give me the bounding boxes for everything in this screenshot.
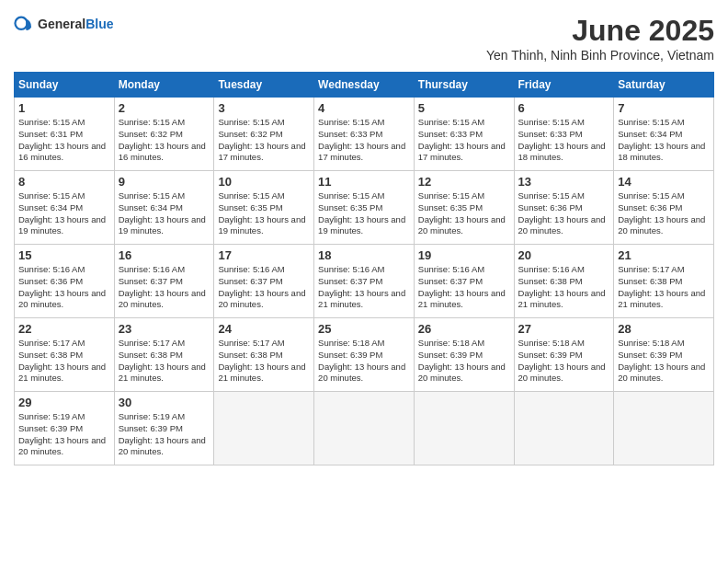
day-number: 5 [418, 101, 510, 115]
day-info: Sunrise: 5:18 AM Sunset: 6:39 PM Dayligh… [618, 338, 710, 385]
day-info: Sunrise: 5:16 AM Sunset: 6:37 PM Dayligh… [318, 264, 410, 311]
table-row: 20 Sunrise: 5:16 AM Sunset: 6:38 PM Dayl… [514, 245, 614, 318]
day-number: 10 [218, 175, 310, 189]
day-info: Sunrise: 5:17 AM Sunset: 6:38 PM Dayligh… [218, 338, 310, 385]
table-row: 16 Sunrise: 5:16 AM Sunset: 6:37 PM Dayl… [114, 245, 214, 318]
day-number: 6 [518, 101, 610, 115]
day-info: Sunrise: 5:16 AM Sunset: 6:37 PM Dayligh… [218, 264, 310, 311]
day-info: Sunrise: 5:17 AM Sunset: 6:38 PM Dayligh… [119, 338, 210, 385]
day-number: 1 [18, 101, 110, 115]
day-info: Sunrise: 5:15 AM Sunset: 6:35 PM Dayligh… [218, 190, 310, 237]
day-number: 17 [218, 248, 310, 262]
day-info: Sunrise: 5:18 AM Sunset: 6:39 PM Dayligh… [518, 338, 610, 385]
day-number: 27 [518, 322, 610, 336]
location-title: Yen Thinh, Ninh Binh Province, Vietnam [486, 48, 714, 63]
calendar-table: Sunday Monday Tuesday Wednesday Thursday… [14, 72, 714, 465]
day-info: Sunrise: 5:18 AM Sunset: 6:39 PM Dayligh… [418, 338, 510, 385]
calendar-week-row: 22 Sunrise: 5:17 AM Sunset: 6:38 PM Dayl… [15, 318, 714, 392]
page-header: GeneralBlue June 2025 Yen Thinh, Ninh Bi… [14, 14, 714, 63]
table-row: 1 Sunrise: 5:15 AM Sunset: 6:31 PM Dayli… [15, 98, 115, 171]
table-row: 18 Sunrise: 5:16 AM Sunset: 6:37 PM Dayl… [314, 245, 415, 318]
day-info: Sunrise: 5:16 AM Sunset: 6:36 PM Dayligh… [18, 264, 110, 311]
day-info: Sunrise: 5:15 AM Sunset: 6:35 PM Dayligh… [418, 190, 510, 237]
day-info: Sunrise: 5:15 AM Sunset: 6:32 PM Dayligh… [119, 117, 210, 164]
header-saturday: Saturday [614, 73, 714, 98]
header-friday: Friday [514, 73, 614, 98]
day-number: 22 [18, 322, 110, 336]
table-row: 6 Sunrise: 5:15 AM Sunset: 6:33 PM Dayli… [514, 98, 614, 171]
day-info: Sunrise: 5:15 AM Sunset: 6:34 PM Dayligh… [18, 190, 110, 237]
day-number: 12 [418, 175, 510, 189]
day-info: Sunrise: 5:17 AM Sunset: 6:38 PM Dayligh… [618, 264, 710, 311]
day-number: 9 [119, 175, 210, 189]
header-wednesday: Wednesday [314, 73, 415, 98]
table-row: 26 Sunrise: 5:18 AM Sunset: 6:39 PM Dayl… [414, 318, 514, 392]
table-row: 28 Sunrise: 5:18 AM Sunset: 6:39 PM Dayl… [614, 318, 714, 392]
table-row: 3 Sunrise: 5:15 AM Sunset: 6:32 PM Dayli… [214, 98, 314, 171]
day-info: Sunrise: 5:15 AM Sunset: 6:36 PM Dayligh… [518, 190, 610, 237]
title-area: June 2025 Yen Thinh, Ninh Binh Province,… [486, 14, 714, 63]
table-row: 21 Sunrise: 5:17 AM Sunset: 6:38 PM Dayl… [614, 245, 714, 318]
day-info: Sunrise: 5:16 AM Sunset: 6:37 PM Dayligh… [119, 264, 210, 311]
header-thursday: Thursday [414, 73, 514, 98]
calendar-week-row: 29 Sunrise: 5:19 AM Sunset: 6:39 PM Dayl… [15, 392, 714, 465]
day-info: Sunrise: 5:19 AM Sunset: 6:39 PM Dayligh… [18, 411, 110, 458]
day-info: Sunrise: 5:19 AM Sunset: 6:39 PM Dayligh… [119, 411, 210, 458]
day-number: 8 [18, 175, 110, 189]
day-number: 20 [518, 248, 610, 262]
day-info: Sunrise: 5:16 AM Sunset: 6:38 PM Dayligh… [518, 264, 610, 311]
day-info: Sunrise: 5:15 AM Sunset: 6:33 PM Dayligh… [318, 117, 410, 164]
table-row [614, 392, 714, 465]
day-number: 26 [418, 322, 510, 336]
table-row: 4 Sunrise: 5:15 AM Sunset: 6:33 PM Dayli… [314, 98, 415, 171]
day-info: Sunrise: 5:15 AM Sunset: 6:32 PM Dayligh… [218, 117, 310, 164]
day-number: 29 [18, 396, 110, 409]
table-row: 29 Sunrise: 5:19 AM Sunset: 6:39 PM Dayl… [15, 392, 115, 465]
day-info: Sunrise: 5:15 AM Sunset: 6:33 PM Dayligh… [418, 117, 510, 164]
logo: GeneralBlue [14, 14, 113, 34]
header-monday: Monday [114, 73, 214, 98]
calendar-week-row: 1 Sunrise: 5:15 AM Sunset: 6:31 PM Dayli… [15, 98, 714, 171]
calendar-week-row: 15 Sunrise: 5:16 AM Sunset: 6:36 PM Dayl… [15, 245, 714, 318]
day-number: 2 [119, 101, 210, 115]
table-row: 5 Sunrise: 5:15 AM Sunset: 6:33 PM Dayli… [414, 98, 514, 171]
day-number: 14 [618, 175, 710, 189]
day-number: 13 [518, 175, 610, 189]
logo-general: General [38, 17, 85, 31]
day-number: 28 [618, 322, 710, 336]
table-row: 17 Sunrise: 5:16 AM Sunset: 6:37 PM Dayl… [214, 245, 314, 318]
day-number: 3 [218, 101, 310, 115]
day-number: 24 [218, 322, 310, 336]
header-sunday: Sunday [15, 73, 115, 98]
table-row [314, 392, 415, 465]
day-info: Sunrise: 5:15 AM Sunset: 6:31 PM Dayligh… [18, 117, 110, 164]
day-number: 30 [119, 396, 210, 409]
table-row [414, 392, 514, 465]
table-row: 9 Sunrise: 5:15 AM Sunset: 6:34 PM Dayli… [114, 171, 214, 245]
table-row: 8 Sunrise: 5:15 AM Sunset: 6:34 PM Dayli… [15, 171, 115, 245]
day-info: Sunrise: 5:15 AM Sunset: 6:34 PM Dayligh… [119, 190, 210, 237]
day-number: 19 [418, 248, 510, 262]
table-row: 14 Sunrise: 5:15 AM Sunset: 6:36 PM Dayl… [614, 171, 714, 245]
day-info: Sunrise: 5:16 AM Sunset: 6:37 PM Dayligh… [418, 264, 510, 311]
table-row: 7 Sunrise: 5:15 AM Sunset: 6:34 PM Dayli… [614, 98, 714, 171]
day-number: 11 [318, 175, 410, 189]
day-info: Sunrise: 5:15 AM Sunset: 6:33 PM Dayligh… [518, 117, 610, 164]
logo-blue: Blue [85, 17, 113, 31]
table-row: 23 Sunrise: 5:17 AM Sunset: 6:38 PM Dayl… [114, 318, 214, 392]
table-row: 15 Sunrise: 5:16 AM Sunset: 6:36 PM Dayl… [15, 245, 115, 318]
day-info: Sunrise: 5:15 AM Sunset: 6:34 PM Dayligh… [618, 117, 710, 164]
table-row: 11 Sunrise: 5:15 AM Sunset: 6:35 PM Dayl… [314, 171, 415, 245]
table-row: 25 Sunrise: 5:18 AM Sunset: 6:39 PM Dayl… [314, 318, 415, 392]
month-title: June 2025 [486, 14, 714, 48]
table-row: 12 Sunrise: 5:15 AM Sunset: 6:35 PM Dayl… [414, 171, 514, 245]
day-info: Sunrise: 5:18 AM Sunset: 6:39 PM Dayligh… [318, 338, 410, 385]
day-number: 7 [618, 101, 710, 115]
table-row: 24 Sunrise: 5:17 AM Sunset: 6:38 PM Dayl… [214, 318, 314, 392]
calendar-header-row: Sunday Monday Tuesday Wednesday Thursday… [15, 73, 714, 98]
day-number: 18 [318, 248, 410, 262]
calendar-week-row: 8 Sunrise: 5:15 AM Sunset: 6:34 PM Dayli… [15, 171, 714, 245]
table-row: 10 Sunrise: 5:15 AM Sunset: 6:35 PM Dayl… [214, 171, 314, 245]
day-number: 16 [119, 248, 210, 262]
table-row: 2 Sunrise: 5:15 AM Sunset: 6:32 PM Dayli… [114, 98, 214, 171]
